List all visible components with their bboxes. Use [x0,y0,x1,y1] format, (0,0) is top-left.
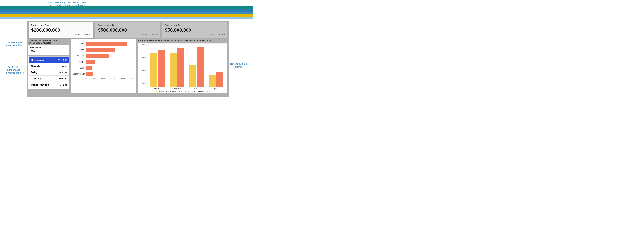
bar-current [216,72,223,87]
category-name: Infant Nutrition [31,83,49,86]
x-axis: 0500010000150002000025000 [86,77,134,79]
x-tick: 5000 [92,77,95,79]
category-card[interactable]: Culinary$40,160 [29,76,68,82]
category-card[interactable]: Dairy$43,763 [29,69,68,76]
y-axis: 400000300000200000100000 [140,44,147,87]
decor-stripe [0,14,253,17]
bar-current [197,47,204,87]
hbar-fill [86,66,92,70]
dashboard-panel: Profit: Year to Date$200,000,000$150,000… [27,21,229,96]
decor-stripe [0,12,253,14]
x-label: February [167,87,187,90]
legend-swatch-icon [156,91,158,92]
hbar-fill [86,60,96,64]
x-tick: 20000 [120,77,125,79]
kpi-value: $500,000,000 [98,27,158,33]
y-tick: 200000 [141,69,146,71]
y-tick: 400000 [141,44,146,46]
x-tick: 10000 [100,77,105,79]
hbar-row: Pepsi [73,47,134,53]
kpi-value: $200,000,000 [31,27,91,33]
hbar-row: Coke [73,41,134,47]
decor-stripe [0,17,253,19]
bar-current [177,48,184,87]
x-label: April [206,87,226,90]
category-name: Cereals [31,65,40,68]
y-tick: 100000 [141,82,146,84]
hbar-row: Vitamin Water [73,71,134,77]
kpi-target: $650,000,000 [142,33,158,36]
decor-stripe [0,6,253,10]
kpi-target: $150,000,000 [75,33,91,36]
bar-previous [189,65,196,87]
bar-group [208,44,224,87]
time-period-filter: Time Period May ▼ [28,45,70,55]
y-tick: 300000 [141,57,146,59]
bar-group [189,44,204,87]
hbar-label: Dr Pepper [73,55,86,57]
x-tick: 25000 [130,77,134,79]
legend-item: Current Year to Date Sales [185,90,210,92]
kpi-label: Profit: Year to Date [31,24,91,26]
x-label: March [187,87,206,90]
kpi-value: $50,000,000 [165,27,225,33]
category-name: Dairy [31,71,37,74]
x-tick: 0 [86,77,86,79]
hbar-row: Sprite [73,59,134,65]
kpi-label: Sales: Year to Date [98,24,158,26]
bar-previous [209,75,216,87]
kpi-card[interactable]: Profit: Year to Date$200,000,000$150,000… [28,22,94,38]
annotation-cards: Cards with numbers and dynamic links [5,66,22,74]
category-value: $6,284 [60,84,67,86]
hbar-label: Pepsi [73,49,86,51]
annotation-nonconforming: Not conforming style: text and non-text … [48,1,87,7]
kpi-card[interactable]: Cost: Year to Date$50,000,000$25,000,000 [162,22,228,38]
kpi-row: Profit: Year to Date$200,000,000$150,000… [28,22,228,38]
chart-legend: Previous Year to Date SalesCurrent Year … [140,90,226,93]
right-column: SALES PERFORMANCE: YEAR TO DATE VS. PREV… [138,39,228,93]
hbar-row: Other [73,65,134,71]
filter-value: May [31,50,35,52]
legend-swatch-icon [185,91,186,92]
sales-performance-chart: 400000300000200000100000 JanuaryFebruary… [138,43,228,93]
bar-current [158,50,164,87]
category-name: Beverages [31,59,44,62]
annotation-charts: Bar and column charts [228,63,250,68]
annotation-dropdown: Dropdown filter acting as a filter [5,41,23,47]
bar-previous [150,53,157,87]
section-title-sales: SALES PERFORMANCE: YEAR TO DATE VS. PREV… [138,39,228,42]
category-card[interactable]: Beverages$111,562 [29,57,68,63]
grouped-bars [147,44,226,87]
hbar-row: Dr Pepper [73,53,134,59]
category-value: $111,562 [58,59,67,61]
category-card-list: Beverages$111,562Cereals$59,862Dairy$43,… [28,56,70,89]
bar-group [169,44,184,87]
x-label: January [147,87,167,90]
hbar-label: Coke [73,43,86,45]
hbar-label: Sprite [73,61,86,63]
x-tick: 15000 [110,77,115,79]
hbar-label: Vitamin Water [73,73,86,75]
section-title-products: TOP SELLING PRODUCTS BY CATEGORY & MONTH [28,39,70,44]
filter-label: Time Period [30,46,68,48]
x-axis: JanuaryFebruaryMarchApril [147,87,226,90]
legend-item: Previous Year to Date Sales [156,90,182,92]
bar-previous [170,53,177,87]
left-column: TOP SELLING PRODUCTS BY CATEGORY & MONTH… [28,39,70,93]
products-bar-chart: CokePepsiDr PepperSpriteOtherVitamin Wat… [72,39,136,93]
category-value: $43,763 [59,71,67,74]
kpi-label: Cost: Year to Date [165,24,225,26]
time-period-select[interactable]: May ▼ [30,49,68,53]
chevron-down-icon: ▼ [65,50,67,52]
category-name: Culinary [31,77,41,80]
category-card[interactable]: Cereals$59,862 [29,63,68,69]
kpi-target: $25,000,000 [210,33,225,36]
hbar-fill [86,42,127,46]
decor-stripe [0,10,253,12]
category-value: $59,862 [59,65,67,68]
hbar-fill [86,72,93,76]
kpi-card[interactable]: Sales: Year to Date$500,000,000$650,000,… [95,22,160,38]
hbar-fill [86,48,115,52]
hbar-fill [86,54,109,58]
category-card[interactable]: Infant Nutrition$6,284 [29,82,68,88]
